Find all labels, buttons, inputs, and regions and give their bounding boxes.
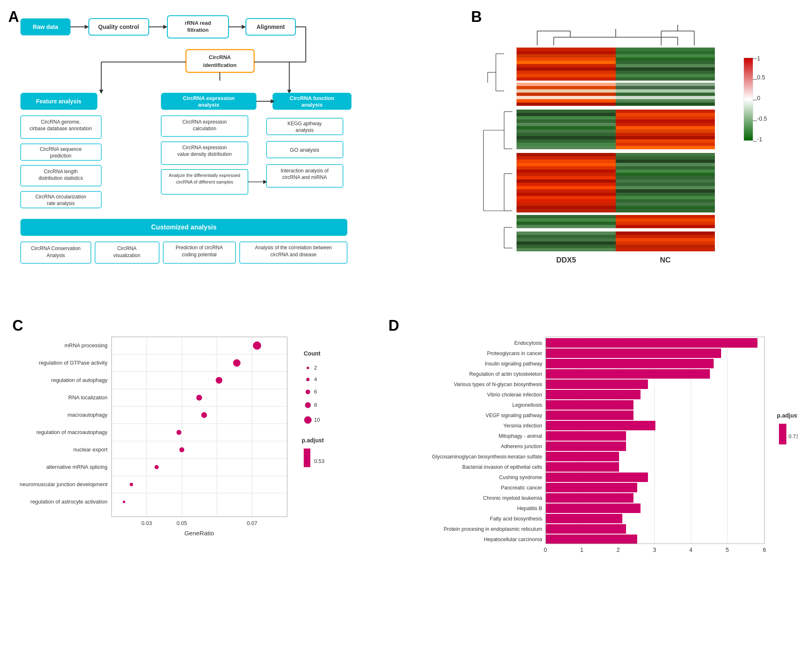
svg-rect-187 — [616, 179, 715, 183]
svg-rect-186 — [517, 179, 616, 183]
svg-text:cirbase database annotation: cirbase database annotation — [30, 126, 92, 131]
svg-rect-198 — [517, 199, 616, 203]
svg-rect-200 — [517, 203, 616, 206]
svg-rect-149 — [616, 113, 715, 116]
svg-rect-169 — [616, 146, 715, 149]
svg-text:value density distribution: value density distribution — [177, 151, 231, 157]
svg-text:p.adjust: p.adjust — [302, 437, 324, 444]
svg-text:GeneRatio: GeneRatio — [184, 530, 214, 537]
svg-rect-208 — [517, 218, 616, 222]
svg-text:1: 1 — [580, 546, 583, 553]
heatmap-svg: DDX5 NC 1 0.5 0 -0.5 — [471, 8, 810, 289]
svg-rect-336 — [546, 462, 619, 472]
svg-text:Interaction analysis of: Interaction analysis of — [281, 168, 329, 174]
svg-text:6: 6 — [763, 546, 766, 553]
svg-rect-206 — [517, 215, 616, 218]
svg-rect-148 — [517, 113, 616, 116]
svg-rect-19 — [186, 50, 254, 72]
svg-rect-201 — [616, 203, 715, 206]
svg-rect-338 — [546, 472, 648, 482]
svg-rect-122 — [517, 64, 616, 67]
svg-rect-118 — [517, 57, 616, 61]
svg-text:Glycosaminoglycan biosynthesis: Glycosaminoglycan biosynthesis-keratan s… — [432, 454, 542, 460]
svg-rect-216 — [517, 235, 616, 238]
svg-point-278 — [179, 447, 184, 452]
svg-rect-324 — [546, 400, 633, 410]
svg-marker-7 — [163, 25, 167, 29]
svg-text:Hepatitis B: Hepatitis B — [517, 506, 542, 511]
svg-rect-128 — [517, 74, 616, 77]
svg-text:Analysis: Analysis — [47, 253, 65, 258]
svg-text:Feature analysis: Feature analysis — [36, 98, 81, 105]
svg-text:0: 0 — [544, 546, 547, 553]
svg-rect-332 — [546, 441, 626, 451]
svg-text:Insulin signaling pathway: Insulin signaling pathway — [485, 361, 543, 367]
svg-text:regulation of macroautophagy: regulation of macroautophagy — [36, 429, 108, 435]
svg-text:CircRNA: CircRNA — [209, 54, 231, 60]
svg-rect-211 — [616, 222, 715, 225]
svg-point-279 — [155, 465, 159, 469]
svg-text:distribution statistics: distribution statistics — [38, 175, 83, 181]
svg-rect-133 — [616, 83, 715, 86]
svg-text:8: 8 — [314, 402, 317, 408]
svg-rect-165 — [616, 139, 715, 143]
panel-c: C — [8, 314, 380, 556]
svg-rect-168 — [517, 146, 616, 149]
svg-rect-125 — [616, 67, 715, 71]
svg-rect-190 — [517, 186, 616, 189]
svg-rect-219 — [616, 238, 715, 241]
svg-rect-119 — [616, 57, 715, 61]
svg-rect-316 — [546, 359, 714, 368]
svg-marker-25 — [99, 90, 103, 94]
svg-point-276 — [201, 412, 207, 418]
svg-rect-205 — [616, 209, 715, 212]
dotplot-svg: C — [8, 314, 372, 554]
svg-rect-271 — [112, 337, 287, 517]
svg-rect-157 — [616, 126, 715, 129]
svg-rect-196 — [517, 196, 616, 199]
svg-rect-222 — [517, 245, 616, 248]
svg-rect-346 — [546, 514, 622, 523]
svg-text:KEGG apthway: KEGG apthway — [288, 121, 322, 126]
svg-text:visualization: visualization — [113, 253, 140, 258]
svg-text:Analysis of the correlation be: Analysis of the correlation between — [255, 245, 332, 251]
svg-rect-127 — [616, 71, 715, 74]
svg-text:4: 4 — [689, 546, 693, 553]
svg-rect-326 — [546, 410, 633, 420]
svg-rect-176 — [517, 163, 616, 166]
svg-text:Alignment: Alignment — [257, 24, 285, 30]
svg-rect-154 — [517, 123, 616, 126]
svg-rect-144 — [517, 103, 616, 106]
svg-text:Fatty acid biosynthesis: Fatty acid biosynthesis — [490, 516, 542, 522]
svg-text:alternative mRNA splicing: alternative mRNA splicing — [46, 464, 107, 470]
svg-rect-112 — [517, 48, 616, 51]
svg-point-272 — [253, 341, 261, 350]
svg-rect-139 — [616, 93, 715, 96]
svg-rect-131 — [616, 77, 715, 81]
svg-rect-212 — [517, 225, 616, 228]
svg-rect-115 — [616, 51, 715, 54]
main-container: A Raw data Quality control — [0, 0, 812, 564]
svg-text:0.07: 0.07 — [247, 520, 257, 526]
svg-rect-178 — [517, 166, 616, 169]
svg-rect-207 — [616, 215, 715, 218]
svg-text:CircRNA: CircRNA — [117, 246, 137, 251]
svg-point-291 — [304, 416, 312, 424]
svg-text:calculation: calculation — [193, 126, 217, 131]
svg-text:neuromuscular junction develop: neuromuscular junction development — [20, 481, 108, 487]
svg-text:coding potential: coding potential — [182, 252, 217, 258]
svg-text:0.05: 0.05 — [176, 520, 187, 526]
svg-rect-166 — [517, 143, 616, 146]
svg-text:CircRNA sequence: CircRNA sequence — [40, 146, 82, 152]
svg-rect-194 — [517, 193, 616, 196]
svg-rect-225 — [616, 248, 715, 251]
svg-rect-322 — [546, 390, 641, 399]
svg-point-274 — [216, 377, 222, 384]
svg-text:Count: Count — [304, 350, 321, 357]
svg-text:VEGF signaling pathway: VEGF signaling pathway — [486, 413, 543, 418]
svg-text:rate analysis: rate analysis — [47, 200, 74, 206]
svg-text:Quality control: Quality control — [98, 24, 139, 30]
svg-rect-160 — [517, 133, 616, 136]
svg-text:Endocytosis: Endocytosis — [514, 340, 542, 346]
svg-rect-138 — [517, 93, 616, 96]
